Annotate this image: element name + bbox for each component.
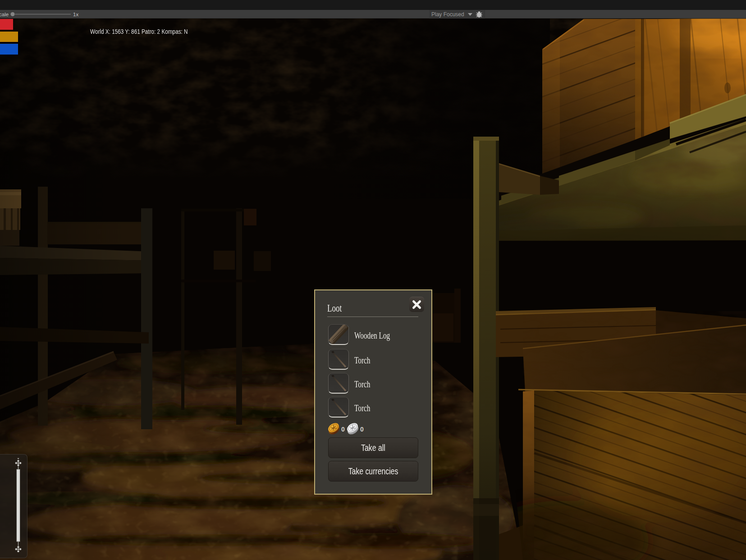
svg-text:1x: 1x — [73, 12, 78, 17]
svg-text:Play Focused: Play Focused — [431, 11, 464, 18]
svg-text:cale: cale — [0, 12, 9, 17]
